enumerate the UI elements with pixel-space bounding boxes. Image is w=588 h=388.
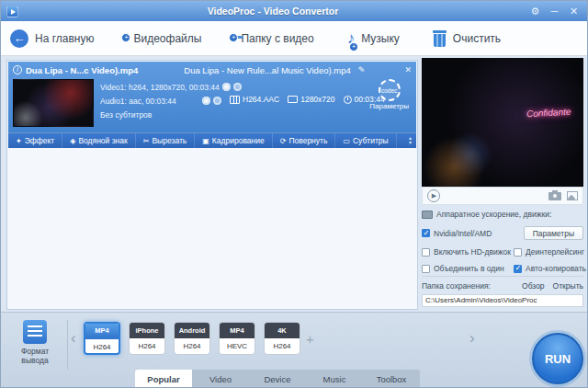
- subtitle-status-label: Без субтитров: [100, 110, 152, 120]
- rotate-icon: ⟳: [280, 137, 287, 145]
- crop-icon: ▣: [202, 137, 209, 145]
- back-arrow-icon: ←: [10, 29, 28, 48]
- plus-badge-icon: +: [349, 42, 358, 51]
- hw-params-button[interactable]: Параметры: [524, 226, 583, 240]
- media-stats-row: H264.AAC 1280x720 00:03:44: [230, 95, 385, 104]
- app-logo-icon: [6, 6, 18, 17]
- browse-button[interactable]: Обзор: [522, 281, 545, 291]
- output-format-icon: [23, 320, 47, 344]
- track-info-column: Video1: h264, 1280x720, 00:03:44 Audio1:…: [100, 79, 221, 130]
- output-format-label: Формат вывода: [8, 348, 62, 366]
- video-preview[interactable]: Confidante: [422, 58, 583, 187]
- tab-effect[interactable]: ✦ Эффект: [8, 133, 62, 148]
- back-home-button[interactable]: ← На главную: [10, 29, 94, 48]
- codec-audio-value: H264.AAC: [243, 95, 279, 104]
- remove-file-icon[interactable]: ✕: [404, 65, 412, 74]
- preset-name: MP4: [85, 324, 119, 339]
- watermark-icon: ◈: [70, 137, 75, 145]
- gpu-checkbox-label: Nvidia/Intel/AMD: [434, 229, 492, 238]
- trash-icon: [433, 30, 447, 47]
- hd-engine-label: Включить HD-движок: [434, 247, 511, 257]
- codec-params-label: Параметры: [369, 102, 409, 110]
- hd-engine-checkbox[interactable]: [422, 248, 430, 257]
- format-preset-mp4-h264[interactable]: MP4 H264: [84, 322, 120, 355]
- tab-rotate-label: Повернуть: [288, 136, 327, 145]
- codec-gear-icon: codec: [379, 79, 401, 101]
- videoproc-window: VideoProc - Video Convertor ⚙ ─ ✕ ← На г…: [0, 0, 588, 388]
- merge-checkbox[interactable]: [422, 265, 430, 273]
- gpu-checkbox[interactable]: [422, 229, 430, 237]
- minimize-icon[interactable]: ─: [547, 1, 562, 21]
- audio-track-dropdown-icon[interactable]: [213, 97, 221, 105]
- tab-crop[interactable]: ▣ Кадрирование: [195, 133, 272, 148]
- save-path-field[interactable]: C:\Users\Admin\Videos\VideoProc: [422, 294, 583, 307]
- plus-badge-icon: +: [229, 33, 238, 42]
- tab-popular[interactable]: Popular: [135, 370, 192, 388]
- file-name-short: Dua Lipa - N...c Video).mp4: [26, 65, 138, 75]
- format-presets-list: MP4 H264 iPhone H264 Android H264 MP4 HE…: [84, 322, 300, 355]
- formats-scroll-right-icon[interactable]: ›: [469, 329, 475, 348]
- subtitle-row: Без субтитров: [100, 108, 221, 121]
- open-button[interactable]: Открыть: [553, 281, 583, 291]
- run-button[interactable]: RUN: [532, 333, 583, 384]
- preview-controls-bar: ▶: [422, 187, 583, 205]
- clear-list-button[interactable]: Очистить: [433, 29, 501, 47]
- formats-scroll-left-icon[interactable]: ‹: [71, 329, 76, 348]
- titlebar: VideoProc - Video Convertor ⚙ ─ ✕: [1, 1, 587, 21]
- effect-icon: ✦: [16, 137, 22, 145]
- clock-icon: [344, 96, 352, 104]
- format-preset-iphone[interactable]: iPhone H264: [129, 322, 165, 355]
- format-preset-4k[interactable]: 4K H264: [264, 322, 300, 355]
- file-name-full: Dua Lipa - New Rule...al Music Video).mp…: [184, 65, 350, 75]
- video-track-row: Video1: h264, 1280x720, 00:03:44: [100, 80, 221, 94]
- preset-codec: H264: [130, 338, 164, 354]
- tab-toolbox[interactable]: Toolbox: [363, 370, 420, 388]
- close-icon[interactable]: ✕: [566, 1, 582, 21]
- add-music-label: Музыку: [361, 32, 400, 45]
- add-video-files-button[interactable]: + Видеофайлы: [127, 32, 201, 45]
- format-preset-mp4-hevc[interactable]: MP4 HEVC: [219, 322, 255, 355]
- back-home-label: На главную: [35, 32, 94, 45]
- tab-subtitles[interactable]: ▭ Субтитры: [335, 133, 396, 148]
- add-format-icon[interactable]: +: [306, 331, 314, 347]
- auto-copy-checkbox[interactable]: [514, 265, 522, 273]
- format-category-tabs: Popular Video Device Music Toolbox: [135, 370, 420, 388]
- codec-options-button[interactable]: codec Параметры: [369, 79, 409, 110]
- options-row-2: Объединить в один Авто-копировать ?: [422, 264, 583, 273]
- tab-rotate[interactable]: ⟳ Повернуть: [273, 133, 336, 148]
- snapshot-gallery-icon[interactable]: [567, 191, 578, 200]
- add-music-button[interactable]: ♪ + Музыку: [347, 29, 400, 48]
- tab-music[interactable]: Music: [306, 370, 363, 388]
- preset-codec: H264: [85, 339, 119, 355]
- resolution-value: 1280x720: [300, 95, 334, 104]
- add-video-files-label: Видеофайлы: [133, 32, 201, 45]
- tab-watermark[interactable]: ◈ Водяной знак: [62, 133, 136, 148]
- window-title: VideoProc - Video Convertor: [22, 6, 524, 17]
- expand-down-icon: ▾: [409, 141, 412, 145]
- video-file-card[interactable]: i Dua Lipa - N...c Video).mp4 Dua Lipa -…: [8, 62, 416, 132]
- output-format-button[interactable]: Формат вывода: [8, 320, 62, 366]
- output-format-bar: Формат вывода ‹ MP4 H264 iPhone H264 And…: [1, 312, 588, 388]
- tab-subtitles-label: Субтитры: [353, 136, 389, 145]
- tab-device[interactable]: Device: [249, 370, 306, 388]
- format-preset-android[interactable]: Android H264: [174, 322, 210, 355]
- info-icon[interactable]: i: [13, 65, 22, 74]
- tab-video[interactable]: Video: [192, 370, 249, 388]
- rename-pencil-icon[interactable]: ✎: [358, 65, 366, 74]
- add-video-folder-button[interactable]: + Папку с видео: [234, 32, 313, 45]
- settings-gear-icon[interactable]: ⚙: [527, 1, 543, 21]
- tab-cut[interactable]: ✂ Вырезать: [136, 133, 196, 148]
- tab-effect-label: Эффект: [25, 136, 55, 145]
- snapshot-camera-icon[interactable]: [548, 192, 561, 200]
- deinterlace-checkbox[interactable]: [514, 248, 522, 257]
- tab-cut-label: Вырезать: [152, 136, 187, 145]
- deinterlace-label: Деинтерлейсинг: [526, 247, 584, 257]
- preset-codec: H264: [265, 338, 300, 354]
- play-button[interactable]: ▶: [427, 189, 440, 202]
- tabs-expand-button[interactable]: ▴ ▾: [404, 136, 416, 145]
- audio-track-toggle-icon[interactable]: [202, 97, 210, 105]
- save-folder-label: Папка сохранения:: [422, 281, 491, 291]
- media-stats-area: H264.AAC 1280x720 00:03:44 codec: [228, 79, 412, 130]
- bottom-separator: [67, 320, 68, 370]
- scissors-icon: ✂: [143, 137, 150, 145]
